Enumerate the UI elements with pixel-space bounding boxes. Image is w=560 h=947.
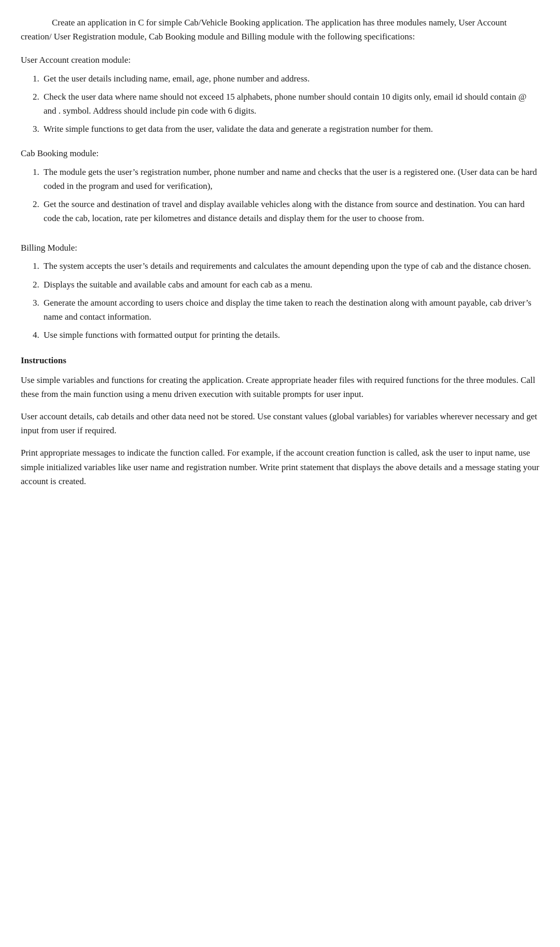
list-item: Use simple functions with formatted outp… — [41, 328, 539, 342]
cab-booking-heading: Cab Booking module: — [21, 146, 539, 160]
list-item: Displays the suitable and available cabs… — [41, 278, 539, 292]
user-account-list: Get the user details including name, ema… — [41, 72, 539, 136]
list-item: Check the user data where name should no… — [41, 90, 539, 118]
user-account-heading: User Account creation module: — [21, 53, 539, 67]
intro-paragraph: Create an application in C for simple Ca… — [21, 16, 539, 44]
billing-module-heading: Billing Module: — [21, 241, 539, 255]
instructions-para-3: Print appropriate messages to indicate t… — [21, 446, 539, 488]
list-item: Generate the amount according to users c… — [41, 296, 539, 324]
list-item: The system accepts the user’s details an… — [41, 259, 539, 273]
instructions-heading: Instructions — [21, 353, 539, 367]
list-item: Write simple functions to get data from … — [41, 122, 539, 136]
instructions-para-2: User account details, cab details and ot… — [21, 409, 539, 437]
list-item: Get the source and destination of travel… — [41, 197, 539, 225]
list-item: The module gets the user’s registration … — [41, 165, 539, 193]
list-item: Get the user details including name, ema… — [41, 72, 539, 86]
instructions-para-1: Use simple variables and functions for c… — [21, 373, 539, 401]
billing-module-list: The system accepts the user’s details an… — [41, 259, 539, 342]
cab-booking-list: The module gets the user’s registration … — [41, 165, 539, 226]
